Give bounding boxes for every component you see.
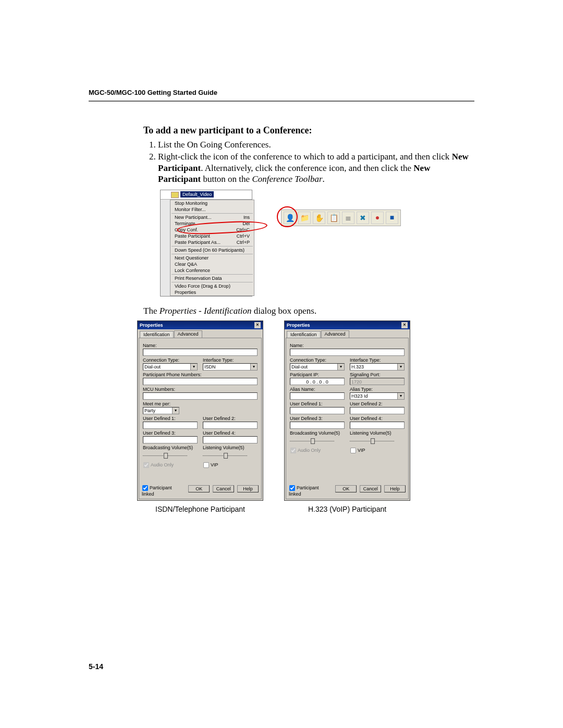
tab-advanced[interactable]: Advanced	[174, 330, 202, 338]
participant-linked-checkbox[interactable]: Participant linked	[289, 485, 329, 497]
listening-volume-slider[interactable]	[350, 437, 394, 444]
close-icon[interactable]: ×	[254, 322, 261, 328]
label-meet-me-per: Meet me per:	[143, 401, 258, 406]
folder-button[interactable]: 📁	[298, 212, 311, 224]
label-user-defined1: User Defined 1:	[143, 416, 198, 421]
menu-clear-qa[interactable]: Clear Q&A	[170, 261, 254, 267]
user-defined2-input[interactable]	[203, 422, 258, 429]
list-button[interactable]: ≣	[342, 212, 354, 224]
listening-volume-slider[interactable]	[203, 451, 247, 459]
user-defined1-input[interactable]	[290, 407, 345, 414]
label-alias-type: Alias Type:	[350, 387, 405, 392]
caption-h323: H.323 (VoIP) Participant	[284, 505, 410, 513]
alias-name-input[interactable]	[290, 392, 345, 400]
menu-paste-participant-as[interactable]: Paste Participant As...Ctrl+P	[170, 239, 254, 245]
broadcasting-volume-slider[interactable]	[143, 451, 187, 459]
menu-stop-monitoring[interactable]: Stop Monitoring	[170, 200, 254, 206]
connection-type-select[interactable]: Dial-out	[143, 363, 198, 371]
interface-type-select[interactable]: ISDN	[203, 363, 258, 371]
step-1: List the On Going Conferences.	[158, 139, 474, 150]
label-interface-type: Interface Type:	[203, 357, 258, 363]
label-name: Name:	[143, 343, 258, 348]
name-input[interactable]	[290, 349, 405, 356]
signaling-port-input: 1720	[350, 378, 405, 385]
user-defined3-input[interactable]	[290, 422, 345, 429]
mcu-numbers-input[interactable]	[143, 392, 258, 400]
menu-next-questioner[interactable]: Next Questioner	[170, 255, 254, 261]
user-defined2-input[interactable]	[350, 407, 405, 414]
user-defined4-input[interactable]	[350, 422, 405, 429]
clipboard-button[interactable]: 📋	[327, 212, 340, 224]
vip-checkbox[interactable]: VIP	[203, 462, 258, 468]
dialog-title: Properties	[287, 323, 310, 328]
label-broadcasting-volume: Broadcasting Volume(5)	[143, 445, 198, 450]
label-participant-phone: Participant Phone Numbers:	[143, 372, 258, 377]
label-signaling-port: Signaling Port:	[350, 372, 405, 377]
dialog-opens-text: The Properties - Identification dialog b…	[143, 306, 474, 316]
alias-type-select[interactable]: H323 Id	[350, 392, 405, 400]
name-input[interactable]	[143, 349, 258, 356]
meet-me-per-select[interactable]: Party	[143, 407, 179, 414]
cancel-button[interactable]: Cancel	[213, 485, 234, 492]
tab-identification[interactable]: Identification	[287, 331, 321, 338]
label-user-defined3: User Defined 3:	[143, 430, 198, 436]
properties-dialog-isdn: Properties × Identification Advanced Nam…	[137, 320, 263, 501]
label-mcu-numbers: MCU Numbers:	[143, 387, 258, 392]
section-heading: To add a new participant to a Conference…	[143, 125, 474, 136]
participant-linked-checkbox[interactable]: Participant linked	[142, 485, 182, 497]
label-participant-ip: Participant IP:	[290, 372, 345, 377]
doc-header: MGC-50/MGC-100 Getting Started Guide	[89, 89, 474, 102]
menu-print-reservation[interactable]: Print Reservation Data	[170, 275, 254, 281]
user-defined3-input[interactable]	[143, 436, 198, 443]
raise-hand-button[interactable]: ✋	[313, 212, 325, 224]
tab-advanced[interactable]: Advanced	[321, 330, 349, 338]
label-alias-name: Alias Name:	[290, 387, 345, 392]
vip-checkbox[interactable]: VIP	[350, 447, 405, 454]
caption-isdn: ISDN/Telephone Participant	[137, 505, 263, 513]
ok-button[interactable]: OK	[188, 485, 210, 492]
properties-dialog-h323-wrap: Properties × Identification Advanced Nam…	[284, 320, 410, 513]
properties-dialog-isdn-wrap: Properties × Identification Advanced Nam…	[137, 320, 263, 513]
close-icon[interactable]: ×	[401, 322, 408, 328]
menu-properties[interactable]: Properties	[170, 289, 254, 295]
callout-circle	[277, 206, 298, 227]
user-defined1-input[interactable]	[143, 422, 198, 429]
steps-list: List the On Going Conferences. Right-cli…	[143, 139, 474, 184]
menu-monitor-filter[interactable]: Monitor Filter...	[170, 206, 254, 213]
participant-ip-input[interactable]: 0 . 0 . 0 . 0	[290, 378, 345, 385]
menu-new-participant[interactable]: New Participant...Ins	[170, 214, 254, 220]
label-user-defined3: User Defined 3:	[290, 416, 345, 421]
tab-identification[interactable]: Identification	[140, 331, 174, 338]
properties-dialog-h323: Properties × Identification Advanced Nam…	[284, 320, 410, 501]
stop-button[interactable]: ■	[386, 212, 398, 224]
label-user-defined2: User Defined 2:	[203, 416, 258, 421]
label-user-defined1: User Defined 1:	[290, 401, 345, 406]
label-connection-type: Connection Type:	[290, 357, 345, 363]
record-button[interactable]: ●	[371, 212, 384, 224]
label-user-defined4: User Defined 4:	[350, 416, 405, 421]
folder-icon	[171, 192, 179, 198]
dialog-tabs: Identification Advanced	[285, 329, 410, 338]
help-button[interactable]: Help	[384, 485, 406, 492]
label-connection-type: Connection Type:	[143, 357, 198, 363]
conference-toolbar: 👤 📁 ✋ 📋 ≣ ✖ ● ■	[281, 209, 401, 226]
ok-button[interactable]: OK	[335, 485, 357, 492]
connection-type-select[interactable]: Dial-out	[290, 363, 345, 371]
dialog-tabs: Identification Advanced	[138, 329, 263, 338]
step-2: Right-click the icon of the conference t…	[158, 151, 474, 184]
cancel-button[interactable]: Cancel	[360, 485, 381, 492]
participant-phone-input[interactable]	[143, 378, 258, 385]
page-number: 5-14	[89, 662, 103, 671]
interface-type-select[interactable]: H.323	[350, 363, 405, 371]
context-menu-screenshot: Default_Video Stop Monitoring Monitor Fi…	[160, 190, 252, 297]
help-button[interactable]: Help	[237, 485, 259, 492]
menu-down-speed[interactable]: Down Speed (On 60 Participants)	[170, 247, 254, 253]
menu-video-force[interactable]: Video Force (Drag & Drop)	[170, 283, 254, 289]
label-user-defined2: User Defined 2:	[350, 401, 405, 406]
label-name: Name:	[290, 343, 405, 348]
user-defined4-input[interactable]	[203, 436, 258, 443]
menu-lock-conference[interactable]: Lock Conference	[170, 267, 254, 274]
broadcasting-volume-slider[interactable]	[290, 437, 334, 444]
remove-participants-button[interactable]: ✖	[357, 212, 369, 224]
label-listening-volume: Listening Volume(5)	[203, 445, 258, 450]
